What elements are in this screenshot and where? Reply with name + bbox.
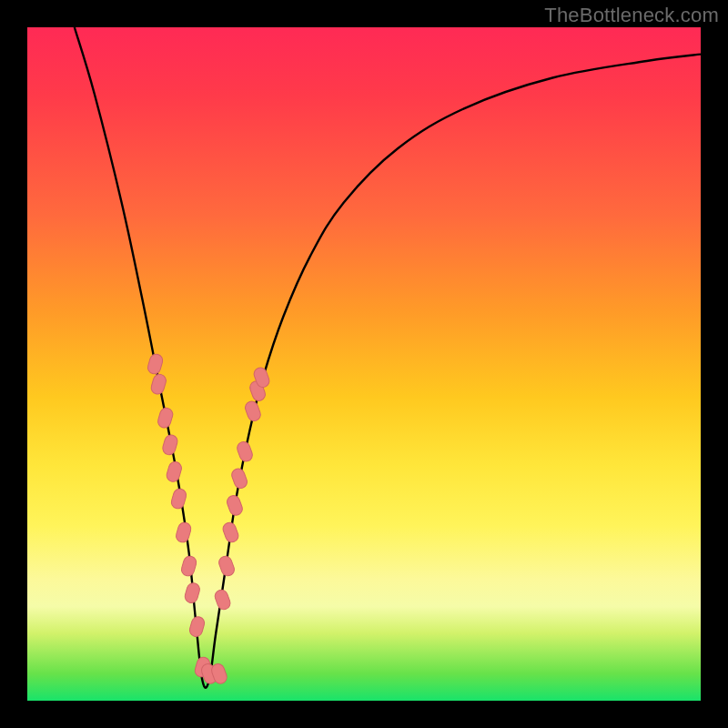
marker-point (170, 487, 188, 510)
marker-point (147, 352, 165, 375)
marker-point (180, 554, 198, 577)
marker-point (226, 494, 245, 517)
marker-point (217, 554, 237, 577)
bottleneck-curve (75, 27, 701, 688)
marker-point (213, 588, 232, 611)
marker-point (175, 521, 193, 543)
watermark-text: TheBottleneck.com (544, 4, 719, 27)
curve-path (75, 27, 701, 688)
marker-point (161, 433, 179, 456)
chart-frame: TheBottleneck.com (0, 0, 728, 728)
marker-point (188, 615, 207, 638)
marker-group (147, 352, 271, 685)
marker-point (184, 581, 202, 604)
marker-point (236, 440, 255, 462)
curve-layer (27, 27, 701, 701)
marker-point (157, 407, 175, 430)
marker-point (221, 521, 240, 543)
marker-point (230, 467, 249, 490)
marker-point (244, 399, 263, 422)
marker-point (166, 460, 184, 483)
marker-point (150, 373, 168, 396)
plot-area (27, 27, 701, 701)
